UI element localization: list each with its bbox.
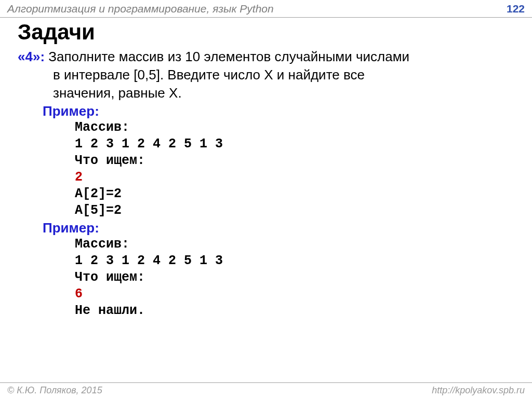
ex1-l2: 1 2 3 1 2 4 2 5 1 3	[18, 136, 514, 153]
ex1-l1: Массив:	[18, 119, 514, 136]
page-title: Задачи	[18, 20, 514, 45]
task-line-1: «4»: Заполните массив из 10 элементов сл…	[18, 48, 514, 66]
task-line-3: значения, равные X.	[18, 84, 514, 102]
footer-right: http://kpolyakov.spb.ru	[432, 385, 525, 396]
ex2-l3: Что ищем:	[18, 269, 514, 286]
ex1-l3: Что ищем:	[18, 153, 514, 169]
footer-left: © К.Ю. Поляков, 2015	[7, 385, 102, 396]
ex2-l4: 6	[18, 286, 514, 303]
task-marker: «4»:	[18, 49, 45, 64]
ex1-l4: 2	[18, 169, 514, 186]
ex2-l1: Массив:	[18, 236, 514, 253]
page-number: 122	[507, 3, 525, 15]
task-line-2: в интервале [0,5]. Введите число X и най…	[18, 66, 514, 84]
header-title: Алгоритмизация и программирование, язык …	[7, 3, 274, 15]
header-bar: Алгоритмизация и программирование, язык …	[0, 0, 532, 18]
slide-content: Задачи «4»: Заполните массив из 10 элеме…	[0, 18, 532, 324]
ex1-l5: A[2]=2	[18, 186, 514, 202]
ex2-l5: Не нашли.	[18, 303, 514, 319]
ex1-l6: A[5]=2	[18, 202, 514, 219]
footer-bar: © К.Ю. Поляков, 2015 http://kpolyakov.sp…	[0, 382, 532, 398]
task-text-1: Заполните массив из 10 элементов случайн…	[45, 49, 409, 64]
example-label-1: Пример:	[18, 103, 514, 119]
ex2-l2: 1 2 3 1 2 4 2 5 1 3	[18, 253, 514, 269]
example-label-2: Пример:	[18, 220, 514, 236]
